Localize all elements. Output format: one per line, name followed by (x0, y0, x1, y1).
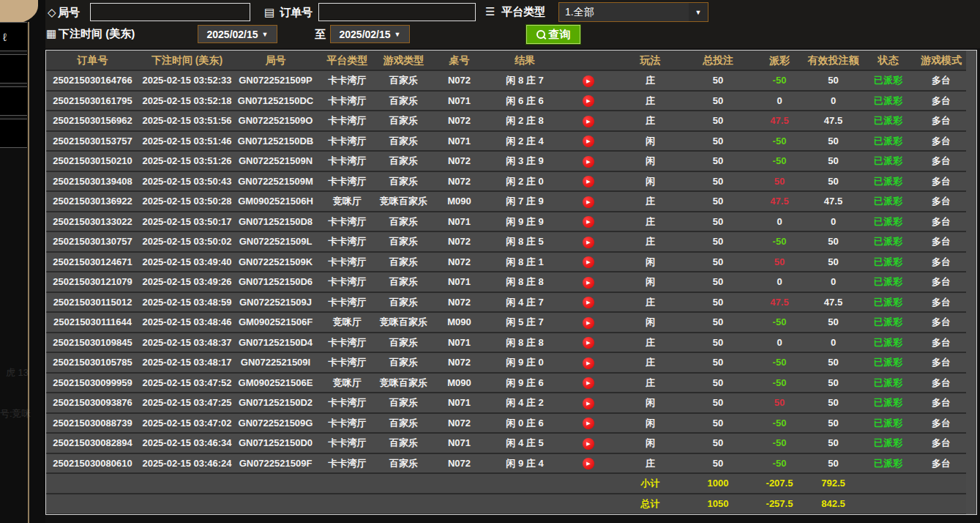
cell-platform-type: 卡卡湾厅 (316, 414, 378, 434)
video-replay-icon[interactable]: ▶ (583, 398, 594, 409)
video-replay-icon[interactable]: ▶ (583, 438, 594, 450)
query-button[interactable]: 查询 (526, 25, 580, 44)
video-replay-icon[interactable]: ▶ (583, 95, 594, 107)
video-replay-icon[interactable]: ▶ (583, 317, 594, 329)
video-replay-icon[interactable]: ▶ (583, 176, 594, 188)
video-replay-icon[interactable]: ▶ (583, 297, 594, 308)
cell-payout: 0 (752, 92, 807, 112)
empty-cell (860, 494, 916, 515)
cell-round-no: GM0902521506F (235, 313, 316, 333)
video-replay-icon[interactable]: ▶ (583, 156, 594, 168)
video-replay-icon[interactable]: ▶ (583, 237, 594, 248)
header-cell: 状态 (860, 51, 916, 71)
cell-result: 闲 8 庄 8 (490, 272, 560, 293)
cell-replay: ▶ (560, 272, 617, 293)
video-replay-icon[interactable]: ▶ (583, 418, 594, 429)
cell-status: 已派彩 (860, 272, 916, 293)
cell-payout: -50 (752, 313, 807, 333)
cell-round-no: GN0722521509J (235, 293, 316, 314)
subtotal-row: 小计1000-207.5792.5 (46, 474, 976, 494)
cell-play-method: 闲 (617, 172, 684, 193)
cell-bet-time: 2025-02-15 03:49:40 (139, 253, 235, 273)
video-replay-icon[interactable]: ▶ (583, 136, 594, 147)
cell-round-no: GN0722521509O (235, 111, 316, 132)
video-replay-icon[interactable]: ▶ (583, 277, 594, 289)
cell-bet-time: 2025-02-15 03:46:34 (139, 434, 235, 454)
empty-cell (560, 494, 617, 515)
cell-table-no: N072 (429, 172, 490, 193)
cell-bet-time: 2025-02-15 03:48:59 (139, 293, 235, 314)
cell-table-no: M090 (429, 374, 490, 394)
empty-cell (860, 474, 916, 494)
video-replay-icon[interactable]: ▶ (583, 458, 594, 470)
total-row-label: 总计 (617, 494, 684, 515)
query-form: ◇ 局号 ▤ 订单号 ☰ 平台类型 1.全部 ▼ ▦ 下注时间 (美东) 202… (45, 0, 980, 48)
cell-replay: ▶ (560, 92, 617, 112)
cell-status: 已派彩 (860, 414, 916, 434)
date-from-select[interactable]: 2025/02/15 ▼ (198, 25, 277, 43)
search-icon (536, 30, 546, 40)
clipboard-icon: ▤ (264, 3, 274, 22)
cell-table-no: N071 (429, 212, 490, 233)
date-to-select[interactable]: 2025/02/15 ▼ (330, 25, 410, 43)
video-replay-icon[interactable]: ▶ (583, 256, 594, 268)
cell-payout: -50 (752, 414, 807, 434)
cell-round-no: GN071252150D2 (235, 393, 316, 414)
subtotal-row-label: 小计 (617, 474, 684, 494)
empty-cell (46, 474, 139, 494)
platform-type-select[interactable]: 1.全部 ▼ (558, 2, 708, 22)
cell-total-bet: 50 (684, 152, 752, 172)
cell-table-no: N072 (429, 232, 490, 253)
cell-game-type: 百家乐 (378, 434, 429, 454)
cell-result: 闲 9 庄 0 (490, 353, 560, 374)
video-replay-icon[interactable]: ▶ (583, 75, 594, 87)
order-no-input[interactable] (318, 3, 476, 21)
header-cell: 游戏模式 (916, 51, 966, 71)
cell-total-bet: 50 (684, 313, 752, 333)
total-row-valid: 842.5 (807, 494, 860, 515)
game-no-input[interactable] (90, 3, 250, 21)
cell-play-method: 庄 (617, 192, 684, 212)
cell-game-type: 百家乐 (378, 454, 429, 475)
table-row: 2502150301116442025-02-15 03:48:46GM0902… (46, 313, 976, 333)
video-replay-icon[interactable]: ▶ (583, 196, 594, 208)
cell-status: 已派彩 (860, 374, 916, 394)
cell-play-method: 闲 (617, 313, 684, 333)
cell-total-bet: 50 (684, 71, 752, 92)
cell-game-mode: 多台 (916, 212, 966, 233)
cell-table-no: M090 (429, 192, 490, 212)
bet-records-table: 订单号下注时间 (美东)局号平台类型游戏类型桌号结果玩法总投注派彩有效投注额状态… (45, 50, 977, 515)
video-replay-icon[interactable]: ▶ (583, 357, 594, 369)
cell-order-no: 250215030136922 (46, 192, 139, 212)
video-replay-icon[interactable]: ▶ (583, 337, 594, 349)
video-replay-icon[interactable]: ▶ (583, 116, 594, 127)
cell-bet-time: 2025-02-15 03:50:28 (139, 192, 235, 212)
cell-valid-bet: 0 (807, 333, 860, 354)
cell-game-mode: 多台 (916, 434, 966, 454)
table-row: 2502150300887392025-02-15 03:47:02GN0722… (46, 414, 976, 434)
cell-game-type: 百家乐 (378, 111, 429, 132)
cell-game-mode: 多台 (916, 71, 966, 92)
cell-order-no: 250215030150210 (46, 152, 139, 172)
cell-result: 闲 9 庄 6 (490, 374, 560, 394)
cell-status: 已派彩 (860, 353, 916, 374)
cell-status: 已派彩 (860, 192, 916, 212)
cell-replay: ▶ (560, 132, 617, 152)
cell-order-no: 250215030161795 (46, 92, 139, 112)
cell-platform-type: 竞咪厅 (316, 374, 378, 394)
vertical-divider (28, 22, 29, 523)
table-row: 2502150301369222025-02-15 03:50:28GM0902… (46, 192, 976, 212)
cell-valid-bet: 47.5 (807, 192, 860, 212)
sidebar-fragment-box (0, 54, 27, 84)
header-cell: 玩法 (617, 51, 684, 71)
cell-status: 已派彩 (860, 393, 916, 414)
video-replay-icon[interactable]: ▶ (583, 216, 594, 228)
cell-status: 已派彩 (860, 71, 916, 92)
cell-play-method: 庄 (617, 454, 684, 475)
cell-total-bet: 50 (684, 454, 752, 475)
to-label: 至 (315, 25, 326, 44)
cell-total-bet: 50 (684, 92, 752, 112)
cell-table-no: N072 (429, 414, 490, 434)
video-replay-icon[interactable]: ▶ (583, 377, 594, 389)
cell-order-no: 250215030111644 (46, 313, 139, 333)
